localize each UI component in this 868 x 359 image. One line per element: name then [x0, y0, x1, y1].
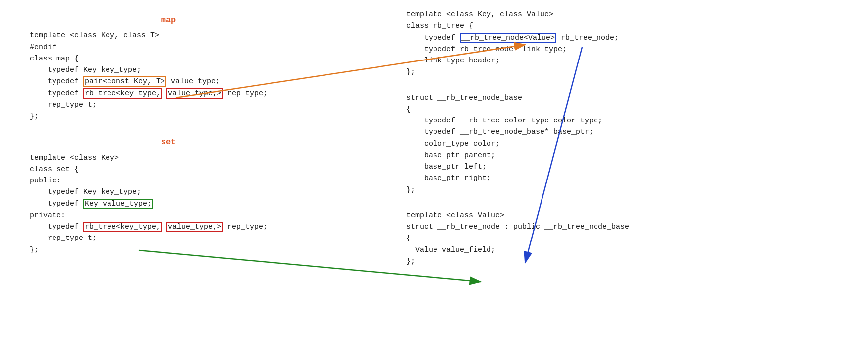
map-section: map template <class Key, class T> #endif…: [30, 14, 307, 122]
rb-node-base-line-8: base_ptr right;: [406, 173, 852, 184]
right-panel: template <class Key, class Value> class …: [406, 9, 852, 281]
map-line-2: #endif: [30, 42, 307, 53]
map-line-4: typedef Key key_type;: [30, 64, 307, 76]
rb-tree-line-6: };: [406, 66, 852, 78]
rb-node-base-line-9: };: [406, 184, 852, 196]
rb-node-base-line-6: base_ptr parent;: [406, 150, 852, 161]
set-line-7: typedef rb_tree<key_type, value_type,> r…: [30, 221, 307, 233]
rb-node-base-line-1: struct __rb_tree_node_base: [406, 92, 852, 104]
set-line-4: typedef Key key_type;: [30, 186, 307, 198]
rb-tree-line-5: link_type header;: [406, 55, 852, 66]
map-line-3: class map {: [30, 53, 307, 64]
rb-node-base-line-4: typedef __rb_tree_node_base* base_ptr;: [406, 126, 852, 138]
map-title: map: [30, 14, 307, 27]
rb-tree-node-section: template <class Value> struct __rb_tree_…: [406, 210, 852, 267]
rb-tree-line-2: class rb_tree {: [406, 20, 852, 32]
rb-node-base-line-5: color_type color;: [406, 138, 852, 150]
rb-node-line-6: };: [406, 256, 852, 267]
map-pair-highlight: pair<const Key, T>: [83, 76, 166, 87]
rb-node-line-5: Value value_field;: [406, 244, 852, 256]
set-section: set template <class Key> class set { pub…: [30, 136, 307, 256]
rb-node-base-line-7: base_ptr left;: [406, 161, 852, 173]
set-rbtree-highlight2: value_type,>: [166, 222, 223, 232]
set-title: set: [30, 136, 307, 149]
rb-node-base-line-2: {: [406, 104, 852, 115]
rb-tree-line-1: template <class Key, class Value>: [406, 9, 852, 20]
map-line-1: template <class Key, class T>: [30, 30, 307, 41]
set-line-1: template <class Key>: [30, 152, 307, 164]
map-line-6: typedef rb_tree<key_type, value_type,> r…: [30, 88, 307, 99]
map-rbtree-highlight1: rb_tree<key_type,: [83, 88, 162, 99]
rb-node-line-2: struct __rb_tree_node : public __rb_tree…: [406, 221, 852, 233]
rb-node-base-line-3: typedef __rb_tree_color_type color_type;: [406, 115, 852, 126]
set-line-3: public:: [30, 175, 307, 186]
set-rbtree-highlight1: rb_tree<key_type,: [83, 222, 162, 232]
rb-node-line-1: template <class Value>: [406, 210, 852, 221]
rb-tree-section: template <class Key, class Value> class …: [406, 9, 852, 78]
rb-tree-line-3: typedef __rb_tree_node<Value> rb_tree_no…: [406, 32, 852, 44]
rb-node-line-3: {: [406, 233, 852, 244]
set-key-highlight: Key value_type;: [83, 199, 153, 209]
left-panel: map template <class Key, class T> #endif…: [30, 14, 307, 270]
set-line-9: };: [30, 244, 307, 256]
rb-tree-node-base-section: struct __rb_tree_node_base { typedef __r…: [406, 92, 852, 196]
map-rbtree-highlight2: value_type,>: [166, 88, 223, 99]
map-line-8: };: [30, 111, 307, 122]
set-line-2: class set {: [30, 164, 307, 175]
map-line-5: typedef pair<const Key, T> value_type;: [30, 76, 307, 87]
rb-tree-node-highlight: __rb_tree_node<Value>: [460, 33, 556, 43]
map-line-7: rep_type t;: [30, 99, 307, 111]
set-line-6: private:: [30, 210, 307, 221]
set-line-5: typedef Key value_type;: [30, 198, 307, 210]
main-canvas: map template <class Key, class T> #endif…: [0, 0, 868, 359]
set-line-8: rep_type t;: [30, 233, 307, 244]
rb-tree-line-4: typedef rb_tree_node* link_type;: [406, 44, 852, 55]
